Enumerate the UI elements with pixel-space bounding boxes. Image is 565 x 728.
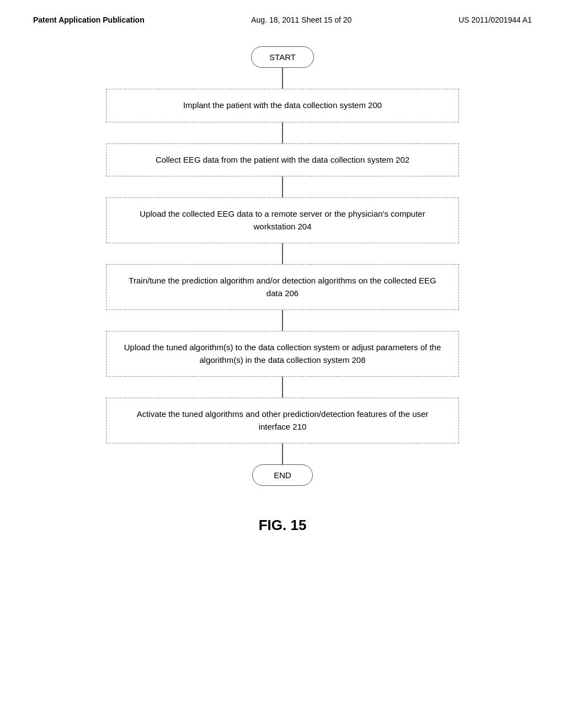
date-sheet-label: Aug. 18, 2011 Sheet 15 of 20: [251, 15, 351, 24]
process-step-3: Upload the collected EEG data to a remot…: [106, 197, 459, 243]
connector-7: [282, 443, 283, 464]
figure-caption: FIG. 15: [0, 517, 565, 550]
connector-3: [282, 176, 283, 197]
page-header: Patent Application Publication Aug. 18, …: [0, 0, 565, 24]
flowchart: START Implant the patient with the data …: [0, 24, 565, 497]
connector-1: [282, 68, 283, 89]
process-step-4: Train/tune the prediction algorithm and/…: [106, 264, 459, 310]
process-step-1: Implant the patient with the data collec…: [106, 89, 459, 122]
end-terminal: END: [252, 464, 313, 486]
start-terminal: START: [251, 46, 314, 68]
connector-6: [282, 377, 283, 398]
connector-4: [282, 243, 283, 264]
process-step-2: Collect EEG data from the patient with t…: [106, 143, 459, 177]
process-step-5: Upload the tuned algorithm(s) to the dat…: [106, 331, 459, 377]
process-step-6: Activate the tuned algorithms and other …: [106, 398, 459, 443]
publication-label: Patent Application Publication: [33, 15, 145, 24]
connector-5: [282, 310, 283, 331]
connector-2: [282, 122, 283, 143]
patent-number-label: US 2011/0201944 A1: [459, 15, 532, 24]
